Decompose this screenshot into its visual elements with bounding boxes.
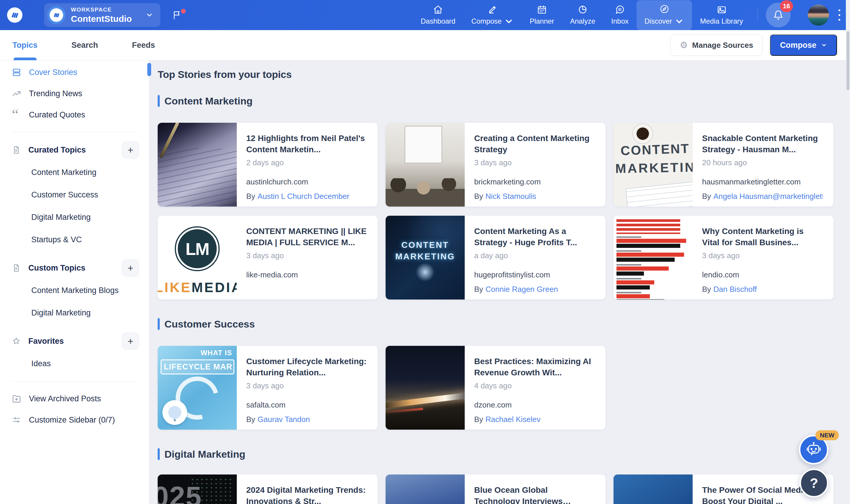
sidebar-view-archived-posts[interactable]: View Archived Posts [0, 388, 149, 409]
author-link[interactable]: Dan Bischoff [713, 285, 757, 294]
sidebar-favorite-ideas[interactable]: Ideas [0, 352, 149, 375]
trending-up-icon [12, 89, 21, 98]
help-button[interactable]: ? [799, 469, 829, 498]
sidebar-topic-digital-marketing[interactable]: Digital Marketing [0, 206, 149, 228]
nav-inbox[interactable]: Inbox [603, 1, 637, 29]
lightbulb-graphic [162, 400, 187, 425]
sidebar-item-trending-news[interactable]: Trending News [0, 83, 149, 104]
add-favorite-button[interactable] [122, 332, 139, 350]
nav-label: Discover [644, 17, 672, 25]
sidebar-topic-content-marketing-blogs[interactable]: Content Marketing Blogs [0, 279, 149, 302]
sidebar-item-cover-stories[interactable]: Cover Stories [0, 62, 149, 83]
section-accent-bar [158, 448, 160, 460]
sidebar-customize[interactable]: Customize Sidebar (0/7) [0, 409, 149, 431]
card-author-line: ByConnie Ragen Green [474, 285, 595, 294]
robot-icon [805, 441, 822, 458]
card-thumbnail [614, 474, 693, 504]
sidebar-scrollbar-thumb[interactable] [147, 63, 151, 76]
discover-tabs-bar: Topics Search Feeds Manage Sources Compo… [0, 30, 850, 60]
card-thumbnail: WHAT IS LIFECYCLE MAR [158, 346, 237, 430]
card-time: 20 hours ago [702, 158, 823, 167]
card-title: CONTENT MARKETING || LIKE MEDIA | FULL S… [246, 226, 367, 249]
story-card[interactable]: CONTENTMARKETING Content Marketing As a … [386, 216, 605, 300]
card-thumbnail [158, 123, 237, 206]
story-card[interactable]: Creating a Content Marketing Strategy 3 … [386, 123, 605, 206]
card-thumbnail: 025 024 [158, 474, 237, 504]
workspace-selector[interactable]: WORKSPACE ContentStudio [44, 3, 160, 27]
story-card[interactable]: Blue Ocean Global Technology Interviews … [386, 474, 605, 504]
compose-button[interactable]: Compose [770, 35, 837, 56]
chevron-down-icon [504, 17, 514, 26]
section-title: Customer Success [164, 318, 255, 330]
story-card[interactable]: 12 Highlights from Neil Patel's Content … [158, 123, 378, 206]
sidebar-topic-digital-marketing-2[interactable]: Digital Marketing [0, 302, 149, 324]
card-domain: safalta.com [246, 400, 367, 410]
sidebar-item-curated-quotes[interactable]: Curated Quotes [0, 104, 149, 125]
quotes-icon [12, 110, 21, 119]
cards-row: WHAT IS LIFECYCLE MAR Customer Lifecycle… [158, 346, 850, 430]
story-card[interactable]: Best Practices: Maximizing AI Revenue Gr… [386, 346, 605, 430]
manage-sources-button[interactable]: Manage Sources [671, 35, 762, 56]
chevron-down-icon [674, 17, 684, 26]
card-author-line: ByRachael Kiselev [474, 415, 595, 424]
story-card[interactable]: CONTENT MARKETIN Snackable Content Marke… [614, 123, 833, 206]
tab-feeds[interactable]: Feeds [132, 30, 155, 60]
sidebar-topic-startups-vc[interactable]: Startups & VC [0, 228, 149, 251]
section-header-customer-success: Customer Success [158, 318, 850, 330]
whats-new-flag-button[interactable] [172, 10, 182, 20]
page-title: Top Stories from your topics [158, 69, 850, 80]
nav-analyze[interactable]: Analyze [562, 1, 603, 29]
sidebar-topic-content-marketing[interactable]: Content Marketing [0, 161, 149, 183]
nav-planner[interactable]: Planner [522, 1, 562, 29]
card-author-line: ByAustin L Church December [246, 192, 367, 201]
card-title: Creating a Content Marketing Strategy [474, 133, 595, 156]
nav-dashboard[interactable]: Dashboard [413, 1, 463, 29]
card-title: Why Content Marketing is Vital for Small… [702, 226, 823, 249]
sidebar-group-favorites: Favorites [0, 330, 149, 352]
page-scrollbar-thumb[interactable] [847, 31, 849, 90]
card-domain: austinlchurch.com [246, 177, 367, 186]
tab-search[interactable]: Search [71, 30, 98, 60]
author-link[interactable]: Austin L Church December [258, 192, 349, 201]
story-card[interactable]: LM LIKEMEDIA CONTENT MARKETING || LIKE M… [158, 216, 378, 300]
workspace-avatar [47, 6, 66, 24]
nav-compose[interactable]: Compose [463, 0, 522, 30]
tabsbar-actions: Manage Sources Compose [671, 35, 850, 56]
chat-bubble-icon [615, 5, 625, 15]
user-avatar[interactable] [808, 4, 829, 26]
tab-topics[interactable]: Topics [13, 30, 37, 60]
add-custom-topic-button[interactable] [122, 259, 139, 276]
card-author-line: ByDan Bischoff [702, 285, 823, 294]
document-icon [12, 264, 21, 272]
card-thumbnail [386, 123, 465, 206]
author-link[interactable]: Angela Hausman@marketingletter [713, 192, 823, 201]
sidebar-topic-customer-success[interactable]: Customer Success [0, 183, 149, 206]
card-thumbnail [386, 346, 465, 430]
calendar-icon [537, 5, 547, 15]
author-link[interactable]: Nick Stamoulis [485, 192, 536, 201]
network-graphic [614, 500, 693, 504]
image-icon [717, 5, 727, 15]
nav-media-library[interactable]: Media Library [692, 1, 751, 29]
notifications-button[interactable]: 16 [766, 3, 791, 28]
author-link[interactable]: Rachael Kiselev [485, 415, 540, 424]
nav-discover[interactable]: Discover [637, 0, 692, 30]
more-options-button[interactable] [835, 8, 843, 23]
add-curated-topic-button[interactable] [122, 141, 139, 159]
cards-row: 025 024 2024 Digital Marketing Trends: I… [158, 474, 850, 504]
author-link[interactable]: Gaurav Tandon [258, 415, 310, 424]
nav-label: Dashboard [421, 17, 455, 25]
card-thumbnail: LM LIKEMEDIA [158, 216, 237, 300]
story-card[interactable]: WHAT IS LIFECYCLE MAR Customer Lifecycle… [158, 346, 378, 430]
card-time: 2 days ago [246, 158, 367, 167]
card-time: 3 days ago [246, 381, 367, 390]
author-link[interactable]: Connie Ragen Green [485, 285, 558, 294]
story-card[interactable]: 025 024 2024 Digital Marketing Trends: I… [158, 474, 378, 504]
contentstudio-logo[interactable] [7, 7, 22, 23]
top-stories-panel: Top Stories from your topics Content Mar… [149, 60, 850, 504]
card-domain: lendio.com [702, 270, 823, 280]
nav-label: Inbox [611, 17, 628, 25]
card-author-line: ByAngela Hausman@marketingletter [702, 192, 823, 201]
story-card[interactable]: Why Content Marketing is Vital for Small… [614, 216, 833, 300]
card-title: Snackable Content Marketing Strategy - H… [702, 133, 823, 156]
